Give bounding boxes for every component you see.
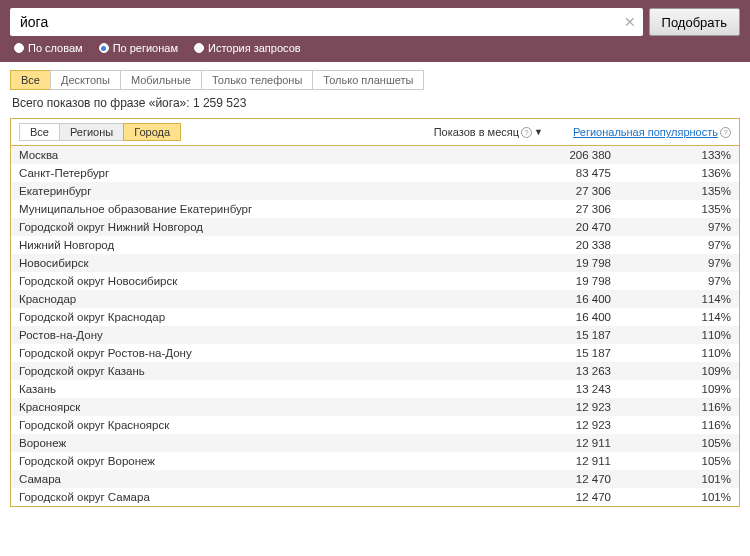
device-tabs: Все Десктопы Мобильные Только телефоны Т… bbox=[10, 70, 740, 90]
table-row: Екатеринбург27 306135% bbox=[11, 182, 739, 200]
region-name: Муниципальное образование Екатеринбург bbox=[19, 203, 491, 215]
region-name: Москва bbox=[19, 149, 491, 161]
clear-icon[interactable]: ✕ bbox=[623, 15, 637, 29]
impressions-value: 16 400 bbox=[491, 311, 611, 323]
scope-tab-cities[interactable]: Города bbox=[123, 123, 181, 141]
table-row: Новосибирск19 79897% bbox=[11, 254, 739, 272]
col-impressions[interactable]: Показов в месяц ? ▼ bbox=[434, 126, 543, 138]
region-name: Городской округ Нижний Новгород bbox=[19, 221, 491, 233]
popularity-value: 109% bbox=[611, 383, 731, 395]
table-row: Нижний Новгород20 33897% bbox=[11, 236, 739, 254]
table-row: Городской округ Ростов-на-Дону15 187110% bbox=[11, 344, 739, 362]
region-name: Краснодар bbox=[19, 293, 491, 305]
region-name: Самара bbox=[19, 473, 491, 485]
popularity-value: 97% bbox=[611, 221, 731, 233]
header-columns: Показов в месяц ? ▼ Региональная популяр… bbox=[434, 126, 731, 138]
radio-label: История запросов bbox=[208, 42, 301, 54]
impressions-value: 20 470 bbox=[491, 221, 611, 233]
impressions-value: 27 306 bbox=[491, 203, 611, 215]
popularity-value: 97% bbox=[611, 275, 731, 287]
radio-dot-icon bbox=[194, 43, 204, 53]
popularity-value: 114% bbox=[611, 311, 731, 323]
table-row: Санкт-Петербург83 475136% bbox=[11, 164, 739, 182]
impressions-value: 27 306 bbox=[491, 185, 611, 197]
radio-by-words[interactable]: По словам bbox=[14, 42, 83, 54]
search-row: ✕ Подобрать bbox=[10, 8, 740, 36]
popularity-value: 116% bbox=[611, 419, 731, 431]
radio-label: По регионам bbox=[113, 42, 178, 54]
submit-button[interactable]: Подобрать bbox=[649, 8, 740, 36]
help-icon[interactable]: ? bbox=[521, 127, 532, 138]
popularity-value: 114% bbox=[611, 293, 731, 305]
impressions-value: 19 798 bbox=[491, 275, 611, 287]
popularity-value: 101% bbox=[611, 491, 731, 503]
col-popularity[interactable]: Региональная популярность ? bbox=[573, 126, 731, 138]
radio-by-regions[interactable]: По регионам bbox=[99, 42, 178, 54]
impressions-value: 12 923 bbox=[491, 401, 611, 413]
popularity-value: 105% bbox=[611, 455, 731, 467]
search-bar: ✕ Подобрать По словам По регионам Истори… bbox=[0, 0, 750, 62]
region-name: Ростов-на-Дону bbox=[19, 329, 491, 341]
col-label: Показов в месяц bbox=[434, 126, 519, 138]
impressions-value: 13 243 bbox=[491, 383, 611, 395]
mode-radios: По словам По регионам История запросов bbox=[10, 40, 740, 58]
tab-all[interactable]: Все bbox=[10, 70, 51, 90]
impressions-value: 12 470 bbox=[491, 491, 611, 503]
scope-tabs: Все Регионы Города bbox=[19, 123, 181, 141]
radio-dot-icon bbox=[99, 43, 109, 53]
table-row: Муниципальное образование Екатеринбург27… bbox=[11, 200, 739, 218]
region-name: Городской округ Краснодар bbox=[19, 311, 491, 323]
region-name: Городской округ Ростов-на-Дону bbox=[19, 347, 491, 359]
scope-tab-regions[interactable]: Регионы bbox=[59, 123, 124, 141]
impressions-value: 16 400 bbox=[491, 293, 611, 305]
total-impressions: Всего показов по фразе «йога»: 1 259 523 bbox=[12, 96, 738, 110]
table-row: Краснодар16 400114% bbox=[11, 290, 739, 308]
impressions-value: 206 380 bbox=[491, 149, 611, 161]
region-name: Городской округ Красноярск bbox=[19, 419, 491, 431]
impressions-value: 12 911 bbox=[491, 437, 611, 449]
region-name: Городской округ Самара bbox=[19, 491, 491, 503]
rows-container: Москва206 380133%Санкт-Петербург83 47513… bbox=[11, 146, 739, 506]
popularity-value: 116% bbox=[611, 401, 731, 413]
region-name: Городской округ Казань bbox=[19, 365, 491, 377]
tab-mobile[interactable]: Мобильные bbox=[120, 70, 202, 90]
table-row: Городской округ Казань13 263109% bbox=[11, 362, 739, 380]
radio-dot-icon bbox=[14, 43, 24, 53]
table-row: Москва206 380133% bbox=[11, 146, 739, 164]
popularity-value: 110% bbox=[611, 329, 731, 341]
impressions-value: 15 187 bbox=[491, 329, 611, 341]
sort-arrow-icon: ▼ bbox=[534, 127, 543, 137]
table-row: Городской округ Нижний Новгород20 47097% bbox=[11, 218, 739, 236]
panel-header: Все Регионы Города Показов в месяц ? ▼ Р… bbox=[11, 119, 739, 146]
table-row: Городской округ Краснодар16 400114% bbox=[11, 308, 739, 326]
popularity-value: 105% bbox=[611, 437, 731, 449]
popularity-value: 135% bbox=[611, 185, 731, 197]
region-name: Городской округ Воронеж bbox=[19, 455, 491, 467]
table-row: Ростов-на-Дону15 187110% bbox=[11, 326, 739, 344]
region-name: Воронеж bbox=[19, 437, 491, 449]
popularity-value: 97% bbox=[611, 257, 731, 269]
popularity-value: 135% bbox=[611, 203, 731, 215]
region-name: Нижний Новгород bbox=[19, 239, 491, 251]
region-name: Красноярск bbox=[19, 401, 491, 413]
tab-desktops[interactable]: Десктопы bbox=[50, 70, 121, 90]
region-name: Новосибирск bbox=[19, 257, 491, 269]
impressions-value: 83 475 bbox=[491, 167, 611, 179]
table-row: Казань13 243109% bbox=[11, 380, 739, 398]
table-row: Городской округ Новосибирск19 79897% bbox=[11, 272, 739, 290]
scope-tab-all[interactable]: Все bbox=[19, 123, 60, 141]
table-row: Городской округ Красноярск12 923116% bbox=[11, 416, 739, 434]
help-icon[interactable]: ? bbox=[720, 127, 731, 138]
impressions-value: 13 263 bbox=[491, 365, 611, 377]
region-name: Санкт-Петербург bbox=[19, 167, 491, 179]
table-row: Городской округ Самара12 470101% bbox=[11, 488, 739, 506]
region-name: Екатеринбург bbox=[19, 185, 491, 197]
results-panel: Все Регионы Города Показов в месяц ? ▼ Р… bbox=[10, 118, 740, 507]
table-row: Городской округ Воронеж12 911105% bbox=[11, 452, 739, 470]
region-name: Казань bbox=[19, 383, 491, 395]
tab-tablets[interactable]: Только планшеты bbox=[312, 70, 424, 90]
radio-history[interactable]: История запросов bbox=[194, 42, 301, 54]
tab-phones[interactable]: Только телефоны bbox=[201, 70, 313, 90]
popularity-value: 109% bbox=[611, 365, 731, 377]
search-input[interactable] bbox=[16, 10, 623, 34]
